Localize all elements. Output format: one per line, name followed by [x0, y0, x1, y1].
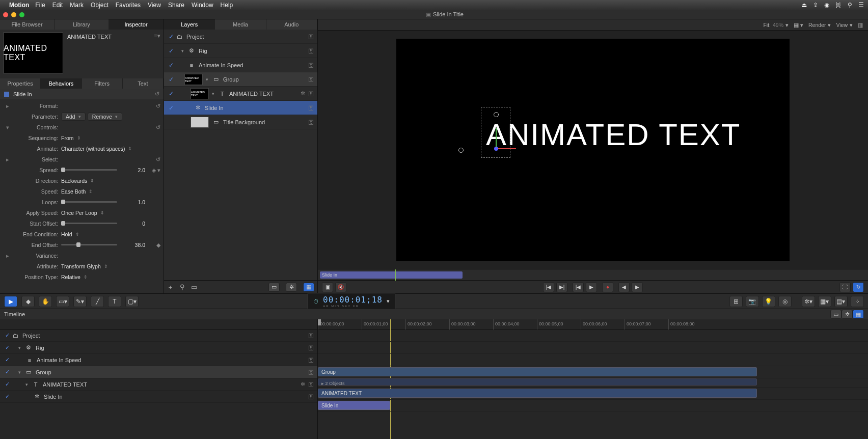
next-frame-icon[interactable]: ▶ — [632, 282, 643, 292]
timecode-menu-icon[interactable]: ▾ — [387, 298, 390, 305]
pen-tool-icon[interactable]: ✎▾ — [73, 296, 87, 307]
disclosure-icon[interactable]: ▾ — [18, 345, 24, 350]
remove-parameter-button[interactable]: Remove▾ — [88, 113, 122, 121]
menu-favorites[interactable]: Favorites — [116, 2, 141, 9]
layer-name[interactable]: Title Background — [223, 119, 308, 125]
menu-object[interactable]: Object — [91, 2, 108, 9]
link-icon[interactable]: ⚿ — [308, 357, 317, 363]
layer-row[interactable]: ✓ANIMATED TEXT▾▭Group⚿ — [164, 72, 317, 87]
menu-mark[interactable]: Mark — [70, 2, 84, 9]
param-sequencing-value[interactable]: From⇕ — [61, 135, 160, 141]
param-spread-value[interactable]: 2.0 — [125, 167, 145, 173]
param-endoffset-value[interactable]: 38.0 — [125, 242, 145, 248]
keyframe-icon[interactable]: ◈ ▾ — [145, 167, 160, 173]
param-attribute-value[interactable]: Transform Glyph⇕ — [61, 263, 160, 269]
layer-row[interactable]: ✓✲Slide In⚿ — [164, 101, 317, 115]
behavior-reset-icon[interactable]: ↺ — [155, 91, 159, 97]
visibility-checkbox[interactable]: ✓ — [167, 104, 175, 112]
fullscreen-icon[interactable]: ⛶ — [839, 282, 851, 292]
behavior-enable-checkbox[interactable] — [4, 92, 9, 97]
tab-layers[interactable]: Layers — [164, 19, 215, 30]
link-icon[interactable]: ⚿ — [308, 76, 317, 83]
prev-frame-icon[interactable]: ◀ — [618, 282, 630, 292]
visibility-checkbox[interactable]: ✓ — [3, 381, 11, 388]
view-menu[interactable]: View ▾ — [836, 22, 853, 28]
visibility-checkbox[interactable]: ✓ — [3, 356, 11, 363]
x-axis-gizmo-icon[interactable] — [496, 148, 516, 149]
view-mode-1-icon[interactable]: ▭ — [268, 283, 280, 292]
insp-tab-filters[interactable]: Filters — [82, 78, 123, 89]
reset-icon[interactable]: ↺ — [145, 103, 160, 109]
param-loops-slider[interactable] — [61, 201, 117, 203]
menu-help[interactable]: Help — [221, 2, 233, 9]
menubar-status-icons[interactable]: ⏏⇪◉᯼⚲☰ — [795, 2, 864, 9]
select-tool-icon[interactable]: ▶ — [4, 296, 17, 307]
visibility-checkbox[interactable]: ✓ — [3, 332, 11, 339]
param-loops-value[interactable]: 1.0 — [125, 199, 145, 205]
layer-row[interactable]: ✓≡Animate In Speed⚿ — [164, 58, 317, 72]
menu-view[interactable]: View — [148, 2, 161, 9]
timeline-layer-row[interactable]: ✓✲Slide In⚿ — [0, 391, 317, 403]
timeline-layer-row[interactable]: ✓🗀Project⚿ — [0, 330, 317, 342]
y-axis-gizmo-icon[interactable] — [496, 128, 497, 148]
tab-inspector[interactable]: Inspector — [109, 19, 164, 30]
param-animate-value[interactable]: Character (without spaces)⇕ — [61, 146, 160, 152]
tab-library[interactable]: Library — [55, 19, 109, 30]
generators-lib-icon[interactable]: ▤▾ — [834, 296, 848, 307]
link-icon[interactable]: ⚿ — [308, 48, 317, 54]
link-icon[interactable]: ⚿ — [308, 381, 317, 388]
go-to-start-icon[interactable]: |◀ — [543, 282, 554, 292]
mini-playhead[interactable] — [395, 269, 396, 281]
behaviors-lib-icon[interactable]: ✲▾ — [802, 296, 815, 307]
timeline-mode-3-icon[interactable]: ▦ — [853, 310, 864, 319]
loop-icon[interactable]: ↻ — [853, 282, 864, 292]
color-channels-icon[interactable]: ▦ ▾ — [794, 22, 803, 28]
line-tool-icon[interactable]: ╱ — [91, 296, 104, 307]
rect-tool-icon[interactable]: ▭▾ — [56, 296, 69, 307]
menu-edit[interactable]: Edit — [52, 2, 63, 9]
add-layer-icon[interactable]: ＋ — [167, 283, 174, 292]
make-particles-icon[interactable]: ⊞ — [729, 296, 743, 307]
particles-lib-icon[interactable]: ⁘ — [851, 296, 864, 307]
layer-name[interactable]: Animate In Speed — [199, 62, 308, 68]
z-axis-gizmo-icon[interactable] — [494, 147, 498, 151]
param-speed-value[interactable]: Ease Both⇕ — [61, 188, 160, 195]
light-icon[interactable]: 💡 — [762, 296, 775, 307]
zoom-icon[interactable] — [19, 12, 24, 17]
text-tool-icon[interactable]: T — [108, 296, 121, 307]
link-icon[interactable]: ⚿ — [308, 105, 317, 111]
time-ruler[interactable]: 00:00:00;0000:00:01;0000:00:02;0000:00:0… — [318, 319, 868, 330]
layer-row[interactable]: ▭Title Background⚿ — [164, 115, 317, 129]
timeline-layer-name[interactable]: Rig — [36, 345, 308, 351]
link-icon[interactable]: ⚿ — [308, 394, 317, 400]
link-icon[interactable]: ⚿ — [308, 333, 317, 339]
visibility-checkbox[interactable]: ✓ — [167, 47, 175, 54]
mask-tool-icon[interactable]: ▢▾ — [125, 296, 139, 307]
timeline-mode-2-icon[interactable]: ✲ — [842, 310, 853, 319]
visibility-checkbox[interactable]: ✓ — [167, 62, 175, 69]
disclosure-icon[interactable]: ▾ — [3, 124, 12, 130]
link-icon[interactable]: ⚿ — [308, 345, 317, 351]
filters-lib-icon[interactable]: ▦▾ — [818, 296, 831, 307]
disclosure-icon[interactable]: ▸ — [3, 253, 12, 259]
paint-tool-icon[interactable]: ◆ — [21, 296, 35, 307]
link-icon[interactable]: ⚿ — [308, 119, 317, 125]
canvas-viewport[interactable]: ANIMATED TEXT — [396, 39, 790, 261]
camera-icon[interactable]: 📷 — [746, 296, 759, 307]
link-icon[interactable]: ⚿ — [308, 369, 317, 375]
layer-name[interactable]: ANIMATED TEXT — [229, 91, 301, 97]
layer-row[interactable]: ✓▾⚙Rig⚿ — [164, 44, 317, 58]
view-mode-3-icon[interactable]: ▦ — [303, 283, 314, 292]
timeline-layer-row[interactable]: ✓≡Animate In Speed⚿ — [0, 354, 317, 366]
clip-group[interactable]: Group — [318, 367, 757, 376]
visibility-checkbox[interactable]: ✓ — [3, 393, 11, 400]
visibility-checkbox[interactable]: ✓ — [167, 76, 175, 83]
layer-name[interactable]: Project — [186, 34, 308, 40]
preview-menu-icon[interactable]: ≡▾ — [154, 33, 160, 73]
timecode-value[interactable]: 00:00:01;18 — [323, 295, 383, 305]
param-endoffset-slider[interactable] — [61, 244, 117, 245]
visibility-checkbox[interactable]: ✓ — [167, 90, 175, 97]
param-spread-slider[interactable] — [61, 169, 117, 171]
insp-tab-properties[interactable]: Properties — [0, 78, 41, 89]
gear-icon[interactable]: ✲ — [301, 90, 305, 97]
